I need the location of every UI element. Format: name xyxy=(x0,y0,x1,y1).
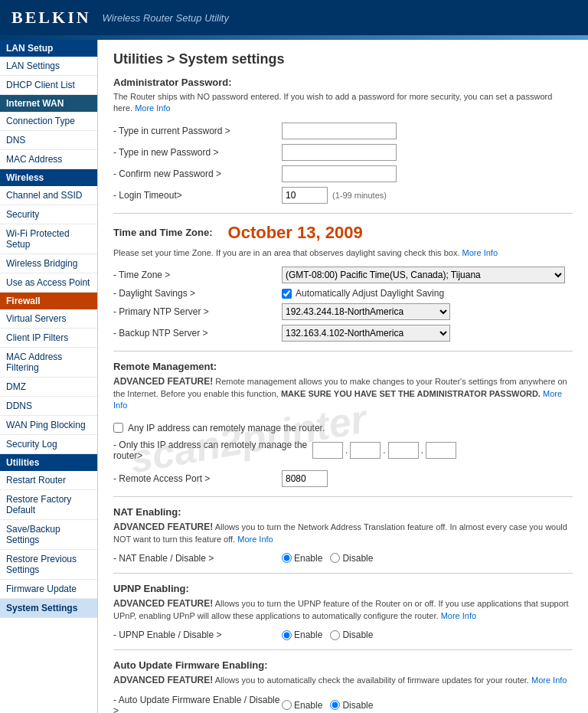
sidebar-item-wifi-protected-setup[interactable]: Wi-Fi Protected Setup xyxy=(0,224,97,254)
ip-octet-3[interactable] xyxy=(388,442,419,459)
header-tagline: Wireless Router Setup Utility xyxy=(103,12,229,24)
remote-desc: ADVANCED FEATURE! Remote management allo… xyxy=(113,375,573,412)
admin-password-title: Administrator Password: xyxy=(113,77,573,88)
sidebar-header-wireless: Wireless xyxy=(0,169,97,186)
header: BELKIN Wireless Router Setup Utility xyxy=(0,0,588,35)
sidebar-item-client-ip-filters[interactable]: Client IP Filters xyxy=(0,329,97,348)
ip-octet-2[interactable] xyxy=(350,442,381,459)
time-section-title: Time and Time Zone: xyxy=(113,227,213,238)
sidebar-item-security[interactable]: Security xyxy=(0,205,97,224)
sidebar-item-ddns[interactable]: DDNS xyxy=(0,397,97,416)
timeout-note: (1-99 minutes) xyxy=(332,191,387,200)
time-more-info-link[interactable]: More Info xyxy=(462,248,498,257)
sidebar-item-dhcp-client-list[interactable]: DHCP Client List xyxy=(0,76,97,95)
sidebar-item-channel-ssid[interactable]: Channel and SSID xyxy=(0,186,97,205)
current-password-input[interactable] xyxy=(282,123,397,139)
admin-password-desc: The Router ships with NO password entere… xyxy=(113,91,573,115)
sidebar-item-firmware-update[interactable]: Firmware Update xyxy=(0,580,97,599)
autoupdate-label: - Auto Update Firmware Enable / Disable … xyxy=(113,695,282,713)
sidebar-header-firewall: Firewall xyxy=(0,293,97,309)
ip-address-inputs: . . . xyxy=(312,442,456,459)
access-port-input[interactable] xyxy=(282,470,328,487)
autoupdate-radio-group: Enable Disable xyxy=(282,700,373,711)
sidebar-item-virtual-servers[interactable]: Virtual Servers xyxy=(0,309,97,329)
primary-ntp-label: - Primary NTP Server > xyxy=(113,306,282,317)
upnp-title: UPNP Enabling: xyxy=(113,583,573,594)
timezone-label: - Time Zone > xyxy=(113,270,282,280)
nat-radio-group: Enable Disable xyxy=(282,553,373,564)
sidebar-item-wireless-bridging[interactable]: Wireless Bridging xyxy=(0,254,97,273)
nat-label: - NAT Enable / Disable > xyxy=(113,553,282,564)
upnp-desc: ADVANCED FEATURE! Allows you to turn the… xyxy=(113,597,573,622)
upnp-more-info-link[interactable]: More Info xyxy=(441,611,476,620)
time-desc: Please set your time Zone. If you are in… xyxy=(113,247,573,259)
belkin-logo: BELKIN xyxy=(11,8,91,28)
timeout-input[interactable] xyxy=(282,187,328,204)
daylight-text: Automatically Adjust Daylight Saving xyxy=(296,288,444,299)
nat-more-info-link[interactable]: More Info xyxy=(237,535,273,544)
upnp-enable-radio[interactable] xyxy=(282,630,292,640)
nat-enable-radio[interactable] xyxy=(282,553,292,563)
nat-disable-label[interactable]: Disable xyxy=(330,553,373,564)
sidebar-item-restart-router[interactable]: Restart Router xyxy=(0,471,97,490)
sidebar-item-dns[interactable]: DNS xyxy=(0,131,97,150)
access-port-label: - Remote Access Port > xyxy=(113,473,282,484)
sidebar-item-mac-address[interactable]: MAC Address xyxy=(0,150,97,169)
upnp-disable-label[interactable]: Disable xyxy=(330,630,373,640)
upnp-enable-label[interactable]: Enable xyxy=(282,630,322,640)
sidebar-item-access-point[interactable]: Use as Access Point xyxy=(0,273,97,293)
sidebar-item-dmz[interactable]: DMZ xyxy=(0,378,97,397)
autoupdate-enable-radio[interactable] xyxy=(282,700,292,710)
nat-enable-label[interactable]: Enable xyxy=(282,553,322,564)
backup-ntp-label: - Backup NTP Server > xyxy=(113,328,282,339)
nat-disable-radio[interactable] xyxy=(330,553,340,563)
page-title: Utilities > System settings xyxy=(113,51,573,67)
ip-octet-4[interactable] xyxy=(426,442,456,459)
confirm-password-input[interactable] xyxy=(282,165,397,182)
sidebar-item-security-log[interactable]: Security Log xyxy=(0,435,97,454)
primary-ntp-select[interactable]: 192.43.244.18-NorthAmerica xyxy=(282,303,450,320)
autoupdate-more-info-link[interactable]: More Info xyxy=(531,675,567,685)
ip-octet-1[interactable] xyxy=(312,442,343,459)
current-password-label: - Type in current Password > xyxy=(113,126,282,136)
any-ip-checkbox[interactable] xyxy=(113,423,123,433)
sidebar-item-save-backup[interactable]: Save/Backup Settings xyxy=(0,520,97,550)
sidebar-header-utilities: Utilities xyxy=(0,454,97,471)
daylight-checkbox[interactable] xyxy=(282,289,292,299)
timeout-label: - Login Timeout> xyxy=(113,190,282,201)
main-content: Utilities > System settings Administrato… xyxy=(98,40,588,713)
sidebar-item-lan-settings[interactable]: LAN Settings xyxy=(0,57,97,76)
upnp-radio-group: Enable Disable xyxy=(282,630,373,640)
autoupdate-disable-radio[interactable] xyxy=(330,700,340,710)
remote-title: Remote Management: xyxy=(113,361,573,372)
upnp-disable-radio[interactable] xyxy=(330,630,340,640)
autoupdate-title: Auto Update Firmware Enabling: xyxy=(113,659,573,671)
new-password-input[interactable] xyxy=(282,144,397,161)
current-datetime: October 13, 2009 xyxy=(228,223,363,243)
daylight-label: - Daylight Savings > xyxy=(113,288,282,299)
upnp-label: - UPNP Enable / Disable > xyxy=(113,630,282,640)
sidebar: LAN Setup LAN Settings DHCP Client List … xyxy=(0,40,98,713)
sidebar-item-wan-ping[interactable]: WAN Ping Blocking xyxy=(0,416,97,435)
sidebar-item-system-settings[interactable]: System Settings xyxy=(0,599,97,618)
confirm-password-label: - Confirm new Password > xyxy=(113,168,282,179)
backup-ntp-select[interactable]: 132.163.4.102-NorthAmerica xyxy=(282,325,450,342)
admin-more-info-link[interactable]: More Info xyxy=(135,103,170,113)
sidebar-item-connection-type[interactable]: Connection Type xyxy=(0,112,97,131)
nat-desc: ADVANCED FEATURE! Allows you to turn the… xyxy=(113,521,573,545)
new-password-label: - Type in new Password > xyxy=(113,147,282,158)
nat-title: NAT Enabling: xyxy=(113,506,573,518)
only-ip-label: - Only this IP address can remotely mana… xyxy=(113,440,312,461)
any-ip-label: Any IP address can remotely manage the r… xyxy=(128,423,325,433)
sidebar-item-restore-factory[interactable]: Restore Factory Default xyxy=(0,490,97,520)
sidebar-header-lan: LAN Setup xyxy=(0,40,97,57)
sidebar-item-restore-previous[interactable]: Restore Previous Settings xyxy=(0,550,97,580)
sidebar-header-internet-wan: Internet WAN xyxy=(0,95,97,112)
autoupdate-desc: ADVANCED FEATURE! Allows you to automati… xyxy=(113,674,573,687)
timezone-select[interactable]: (GMT-08:00) Pacific Time(US, Canada); Ti… xyxy=(282,267,565,283)
sidebar-item-mac-filtering[interactable]: MAC Address Filtering xyxy=(0,348,97,378)
autoupdate-disable-label[interactable]: Disable xyxy=(330,700,373,711)
autoupdate-enable-label[interactable]: Enable xyxy=(282,700,322,711)
